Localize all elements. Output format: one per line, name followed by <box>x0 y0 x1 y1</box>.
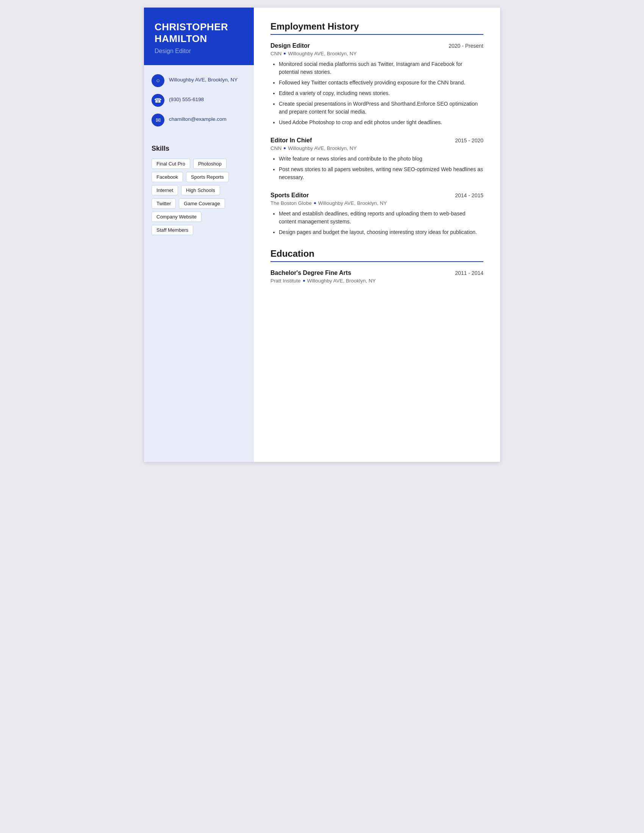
contact-section: ○ Willoughby AVE, Brooklyn, NY ☎ (930) 5… <box>144 65 254 135</box>
skill-tag: Final Cut Pro <box>151 159 190 169</box>
skills-heading: Skills <box>151 145 246 153</box>
job-location: Willoughby AVE, Brooklyn, NY <box>318 200 387 206</box>
address-item: ○ Willoughby AVE, Brooklyn, NY <box>151 74 246 87</box>
skill-tag: Twitter <box>151 198 176 209</box>
address-text: Willoughby AVE, Brooklyn, NY <box>169 74 238 84</box>
employment-heading: Employment History <box>270 21 483 35</box>
education-section: Education Bachelor's Degree Fine Arts201… <box>270 248 483 284</box>
job-bullets: Write feature or news stories and contri… <box>270 155 483 182</box>
sidebar-header: CHRISTOPHER HAMILTON Design Editor <box>144 8 254 65</box>
job-meta: CNNWilloughby AVE, Brooklyn, NY <box>270 51 483 56</box>
phone-icon: ☎ <box>151 94 164 107</box>
meta-dot <box>314 202 316 204</box>
meta-dot <box>284 147 286 149</box>
sidebar: CHRISTOPHER HAMILTON Design Editor ○ Wil… <box>144 8 254 462</box>
job-entry: Editor In Chief2015 - 2020CNNWilloughby … <box>270 137 483 182</box>
phone-text: (930) 555-6198 <box>169 94 204 103</box>
email-item: ✉ chamilton@example.com <box>151 114 246 127</box>
education-list: Bachelor's Degree Fine Arts2011 - 2014Pr… <box>270 270 483 284</box>
location-icon: ○ <box>151 74 164 87</box>
edu-meta-dot <box>303 280 305 282</box>
skills-section: Skills Final Cut ProPhotoshopFacebookSpo… <box>144 135 254 462</box>
job-dates: 2020 - Present <box>449 43 483 49</box>
employment-section: Employment History Design Editor2020 - P… <box>270 21 483 236</box>
skill-tag: Game Coverage <box>179 198 225 209</box>
edu-header: Bachelor's Degree Fine Arts2011 - 2014 <box>270 270 483 277</box>
email-text: chamilton@example.com <box>169 114 227 123</box>
bullet-item: Write feature or news stories and contri… <box>279 155 483 163</box>
phone-item: ☎ (930) 555-6198 <box>151 94 246 107</box>
resume-wrapper: CHRISTOPHER HAMILTON Design Editor ○ Wil… <box>144 8 500 462</box>
email-icon: ✉ <box>151 114 164 127</box>
edu-location: Willoughby AVE, Brooklyn, NY <box>307 278 376 284</box>
job-location: Willoughby AVE, Brooklyn, NY <box>288 145 356 151</box>
job-title: Sports Editor <box>270 192 309 199</box>
job-company: CNN <box>270 51 282 56</box>
edu-degree: Bachelor's Degree Fine Arts <box>270 270 351 277</box>
skill-tag: Staff Members <box>151 225 193 235</box>
job-header: Design Editor2020 - Present <box>270 42 483 49</box>
skill-tag: Sports Reports <box>186 172 229 182</box>
bullet-item: Monitored social media platforms such as… <box>279 60 483 76</box>
job-entry: Design Editor2020 - PresentCNNWilloughby… <box>270 42 483 127</box>
meta-dot <box>284 53 286 55</box>
job-entry: Sports Editor2014 - 2015The Boston Globe… <box>270 192 483 236</box>
job-dates: 2015 - 2020 <box>455 137 483 143</box>
job-location: Willoughby AVE, Brooklyn, NY <box>288 51 356 56</box>
bullet-item: Post news stories to all papers websites… <box>279 166 483 182</box>
job-company: CNN <box>270 145 282 151</box>
candidate-name: CHRISTOPHER HAMILTON <box>155 21 243 45</box>
skill-tag: High Schools <box>181 185 220 195</box>
edu-school: Pratt Institute <box>270 278 301 284</box>
edu-dates: 2011 - 2014 <box>455 270 483 276</box>
candidate-title: Design Editor <box>155 48 243 55</box>
job-header: Editor In Chief2015 - 2020 <box>270 137 483 144</box>
edu-meta: Pratt InstituteWilloughby AVE, Brooklyn,… <box>270 278 483 284</box>
skills-list: Final Cut ProPhotoshopFacebookSports Rep… <box>151 159 246 235</box>
bullet-item: Followed key Twitter contacts effectivel… <box>279 79 483 87</box>
bullet-item: Design pages and budget the layout, choo… <box>279 228 483 236</box>
job-meta: The Boston GlobeWilloughby AVE, Brooklyn… <box>270 200 483 206</box>
main-content: Employment History Design Editor2020 - P… <box>254 8 500 462</box>
bullet-item: Used Adobe Photoshop to crop and edit ph… <box>279 119 483 127</box>
skill-tag: Internet <box>151 185 178 195</box>
job-header: Sports Editor2014 - 2015 <box>270 192 483 199</box>
edu-entry: Bachelor's Degree Fine Arts2011 - 2014Pr… <box>270 270 483 284</box>
job-meta: CNNWilloughby AVE, Brooklyn, NY <box>270 145 483 151</box>
education-heading: Education <box>270 248 483 262</box>
job-title: Editor In Chief <box>270 137 312 144</box>
job-dates: 2014 - 2015 <box>455 192 483 198</box>
skill-tag: Photoshop <box>193 159 227 169</box>
skill-tag: Facebook <box>151 172 183 182</box>
job-company: The Boston Globe <box>270 200 312 206</box>
bullet-item: Create special presentations in WordPres… <box>279 100 483 116</box>
job-bullets: Monitored social media platforms such as… <box>270 60 483 127</box>
job-bullets: Meet and establish deadlines, editing re… <box>270 210 483 236</box>
bullet-item: Edited a variety of copy, including news… <box>279 89 483 97</box>
skill-tag: Company Website <box>151 212 201 222</box>
job-title: Design Editor <box>270 42 310 49</box>
bullet-item: Meet and establish deadlines, editing re… <box>279 210 483 226</box>
jobs-list: Design Editor2020 - PresentCNNWilloughby… <box>270 42 483 236</box>
